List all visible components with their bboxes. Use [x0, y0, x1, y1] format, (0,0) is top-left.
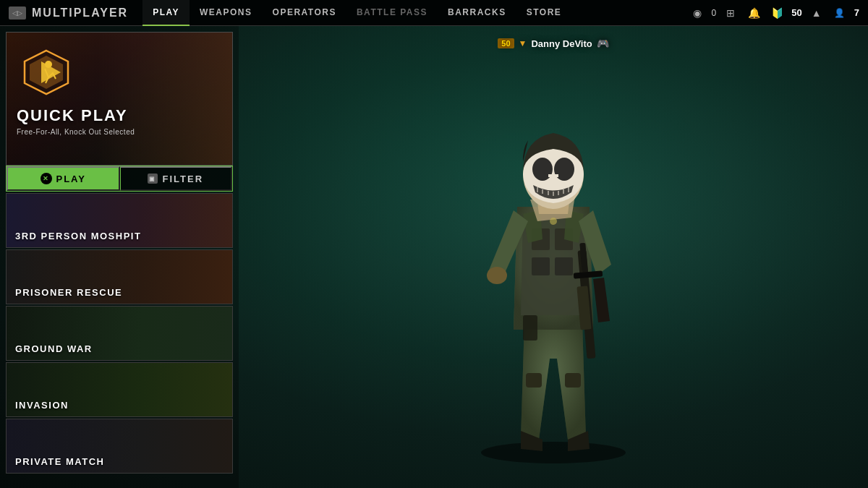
svg-rect-14 [523, 315, 537, 341]
mode-name: PRIVATE MATCH [7, 450, 114, 473]
play-button-label: PLAY [56, 174, 86, 184]
cod-points-value: 0 [712, 8, 717, 18]
main-content: 50 ▼ Danny DeVito 🎮 [0, 26, 868, 488]
cod-points-icon[interactable]: ◉ [689, 4, 706, 22]
play-filter-row: ✕ PLAY ▣ FILTER [6, 166, 233, 192]
quick-play-card[interactable]: QUICK PLAY Free-For-All, Knock Out Selec… [6, 32, 233, 166]
svg-rect-15 [526, 373, 542, 388]
nav-item-operators[interactable]: OPERATORS [263, 0, 346, 26]
filter-button-icon: ▣ [148, 174, 158, 184]
rank-arrow-icon: ▼ [519, 38, 527, 48]
game-title: MULTIPLAYER [32, 7, 128, 20]
svg-point-5 [487, 267, 507, 284]
nav-menu: PLAYWEAPONSOPERATORSBATTLE PASSBARRACKSS… [142, 0, 688, 26]
quick-play-title: QUICK PLAY [17, 106, 128, 125]
character-area: 50 ▼ Danny DeVito 🎮 [239, 26, 868, 488]
left-panel: QUICK PLAY Free-For-All, Knock Out Selec… [0, 26, 239, 488]
notification-icon[interactable]: 🔔 [745, 4, 762, 22]
filter-button[interactable]: ▣ FILTER [120, 166, 233, 191]
nav-item-play[interactable]: PLAY [142, 0, 190, 26]
mode-name: 3RD PERSON MOSHPIT [7, 225, 150, 247]
play-button[interactable]: ✕ PLAY [7, 166, 120, 191]
nav-item-store[interactable]: STORE [516, 0, 572, 26]
top-navigation: ◁▷ MULTIPLAYER PLAYWEAPONSOPERATORSBATTL… [0, 0, 868, 26]
player-level: 50 [498, 38, 514, 48]
svg-point-17 [550, 218, 557, 225]
quick-play-subtitle: Free-For-All, Knock Out Selected [17, 128, 135, 136]
svg-rect-13 [548, 174, 558, 177]
mode-item-prisoner-rescue[interactable]: PRISONER RESCUE [6, 249, 233, 304]
mode-item-ground-war[interactable]: GROUND WAR [6, 306, 233, 361]
nav-item-weapons[interactable]: WEAPONS [190, 0, 263, 26]
nav-item-battle-pass[interactable]: BATTLE PASS [346, 0, 438, 26]
battle-pass-icon[interactable]: ▲ [808, 4, 825, 22]
mode-item-private-match[interactable]: PRIVATE MATCH [6, 419, 233, 474]
mode-name: PRISONER RESCUE [7, 281, 131, 304]
mode-item-3rd-person-moshpit[interactable]: 3RD PERSON MOSHPIT [6, 193, 233, 248]
mode-list: 3RD PERSON MOSHPITPRISONER RESCUEGROUND … [0, 192, 239, 488]
quick-play-logo [21, 47, 72, 98]
character-figure [416, 48, 691, 467]
coins-value: 50 [791, 7, 801, 18]
svg-point-11 [532, 158, 553, 181]
grid-icon[interactable]: ⊞ [722, 4, 739, 22]
filter-button-label: FILTER [162, 174, 203, 184]
svg-point-12 [554, 158, 574, 181]
svg-point-0 [481, 442, 626, 463]
controller-icon-left: ◁▷ [9, 7, 26, 20]
svg-rect-16 [565, 373, 581, 388]
season-icon[interactable]: 🔰 [768, 4, 786, 22]
mode-item-invasion[interactable]: INVASION [6, 362, 233, 417]
nav-item-barracks[interactable]: BARRACKS [438, 0, 516, 26]
svg-point-21 [45, 61, 52, 68]
mode-name: GROUND WAR [7, 338, 101, 360]
play-button-icon: ✕ [41, 173, 52, 184]
nav-right-section: ◉ 0 ⊞ 🔔 🔰 50 ▲ 👤 7 [689, 4, 859, 22]
svg-rect-3 [532, 257, 550, 275]
player-count: 7 [854, 7, 859, 18]
svg-rect-4 [555, 257, 573, 275]
players-icon[interactable]: 👤 [831, 4, 848, 22]
mode-name: INVASION [7, 394, 77, 416]
qp-silhouette [97, 33, 232, 165]
